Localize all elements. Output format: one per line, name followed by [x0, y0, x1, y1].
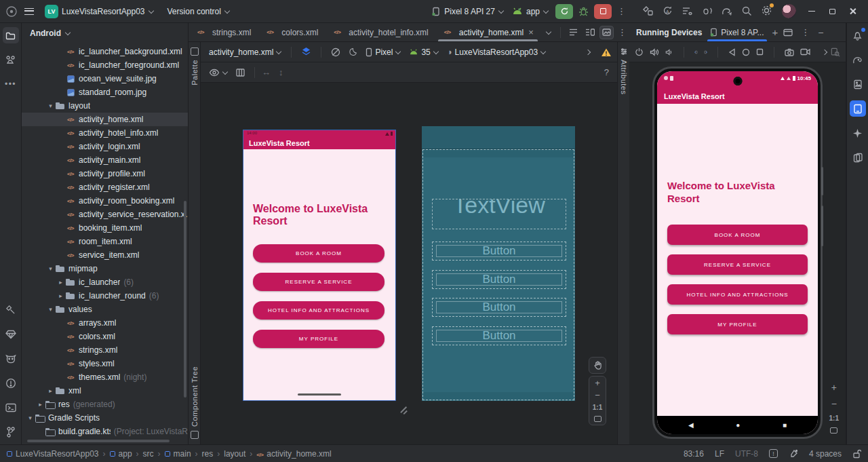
project-view-selector[interactable]: Android — [30, 28, 61, 38]
tree-expand-icon[interactable]: ▸ — [56, 292, 65, 299]
rerun-button[interactable] — [555, 4, 573, 19]
design-button-hotel-info-and-attractions[interactable]: HOTEL INFO AND ATTRACTIONS — [253, 301, 384, 320]
component-tree-tab[interactable]: Component Tree — [191, 366, 199, 427]
hidden-tabs-chevron-icon[interactable] — [546, 30, 551, 35]
emulator-button-reserve-a-service[interactable]: RESERVE A SERVICE — [667, 254, 808, 275]
breadcrumb-src[interactable]: src — [143, 449, 154, 459]
blueprint-button[interactable]: Button — [432, 270, 566, 289]
tree-expand-icon[interactable]: ▾ — [46, 306, 55, 313]
stop-button[interactable] — [594, 4, 612, 19]
device-selector[interactable]: Pixel 8 API 27 — [427, 4, 508, 19]
tree-item-layout[interactable]: ▾layout — [22, 99, 188, 113]
layout-file-selector[interactable]: activity_home.xml — [206, 46, 284, 58]
tree-item-activity-service-reservation-x[interactable]: activity_service_reservation.x… — [22, 208, 188, 221]
design-surface-selector[interactable] — [298, 45, 314, 58]
blueprint-textview[interactable]: TextView — [432, 199, 566, 229]
project-widget[interactable]: LV LuxeVistaResortApp03 — [41, 2, 158, 21]
indent-setting[interactable]: 4 spaces — [809, 449, 842, 459]
breadcrumb-activity-home-xml[interactable]: activity_home.xml — [256, 449, 331, 459]
zoom-100-button[interactable]: 1:1 — [829, 415, 839, 422]
tree-item-values[interactable]: ▾values — [22, 303, 188, 316]
breadcrumb-layout[interactable]: layout — [224, 449, 245, 459]
structure-tool-button[interactable] — [3, 52, 19, 68]
editor-tab-colors-xml[interactable]: colors.xml — [258, 23, 325, 41]
blueprint-button[interactable]: Button — [432, 242, 566, 261]
highlight-level-icon[interactable] — [789, 449, 798, 459]
breadcrumb-luxevistaresortapp03[interactable]: LuxeVistaResortApp03 — [7, 449, 99, 459]
vcs-widget[interactable]: Version control — [163, 4, 234, 19]
app-quality-insights-tool-button[interactable] — [3, 326, 19, 343]
terminal-tool-button[interactable] — [3, 400, 19, 416]
screenshot-camera-icon[interactable] — [785, 48, 794, 56]
nav-recents-icon[interactable]: ■ — [783, 421, 787, 429]
tree-item-ic-launcher-round[interactable]: ▸ic_launcher_round(6) — [22, 289, 188, 303]
toolbar-more-chevron-icon[interactable] — [823, 50, 825, 55]
maximize-button[interactable] — [822, 3, 842, 20]
window-mode-icon[interactable] — [783, 28, 793, 37]
volume-down-icon[interactable] — [665, 48, 673, 56]
running-device-tab[interactable]: Pixel 8 AP... — [707, 23, 766, 41]
tree-expand-icon[interactable]: ▸ — [46, 387, 55, 394]
tree-expand-icon[interactable]: ▾ — [46, 265, 55, 272]
gemini-tool-button[interactable] — [850, 125, 866, 141]
debug-restart-icon[interactable] — [701, 5, 713, 17]
hide-panel-button[interactable]: − — [818, 27, 823, 38]
design-button-my-profile[interactable]: MY PROFILE — [253, 330, 384, 348]
problems-tool-button[interactable] — [3, 375, 19, 391]
tree-item-activity-register-xml[interactable]: activity_register.xml — [22, 180, 188, 194]
attributes-tab[interactable]: Attributes — [620, 60, 628, 94]
editor-options-icon[interactable]: ⋮ — [615, 27, 629, 37]
debug-icon[interactable] — [578, 6, 589, 16]
power-icon[interactable] — [635, 47, 644, 56]
cursor-position[interactable]: 83:16 — [684, 449, 704, 459]
tree-item-ic-launcher-background-xml[interactable]: ic_launcher_background.xml — [22, 45, 188, 58]
device-search-icon[interactable] — [831, 47, 840, 57]
tree-expand-icon[interactable]: ▸ — [56, 279, 65, 286]
blueprint-phone[interactable]: TextView ButtonButtonButtonButton — [422, 126, 575, 401]
pan-control[interactable] — [589, 357, 606, 374]
file-encoding[interactable]: UTF-8 — [735, 449, 758, 459]
tree-item-activity-home-xml[interactable]: activity_home.xml — [22, 113, 188, 126]
tree-item-themes-xml[interactable]: themes.xml(night) — [22, 370, 188, 384]
line-ending[interactable]: LF — [715, 449, 724, 459]
palette-tab[interactable]: Palette — [191, 60, 199, 85]
notifications-button[interactable] — [850, 27, 866, 43]
zoom-out-button[interactable]: − — [831, 398, 837, 409]
design-canvas[interactable]: 14:00 LuxeVista Resort Welcome to LuxeVi… — [201, 83, 617, 444]
emulator-screen[interactable]: 10:45 LuxeVista Resort Welcome to LuxeVi… — [657, 71, 818, 434]
zoom-100-button[interactable]: 1:1 — [593, 404, 602, 412]
emulator-button-book-a-room[interactable]: BOOK A ROOM — [667, 225, 808, 245]
settings-button[interactable] — [761, 5, 772, 18]
canvas-resize-handle[interactable] — [399, 406, 408, 414]
tree-item-styles-xml[interactable]: styles.xml — [22, 357, 188, 370]
tree-item-standard-room-jpg[interactable]: standard_room.jpg — [22, 85, 188, 99]
build-icon[interactable] — [642, 5, 654, 17]
rotate-left-icon[interactable] — [694, 47, 698, 57]
device-explorer-tool-button[interactable] — [850, 149, 866, 166]
todo-list-icon[interactable] — [682, 5, 693, 17]
split-view-button[interactable] — [583, 26, 597, 39]
editor-tab-strings-xml[interactable]: strings.xml — [189, 23, 258, 41]
design-view-button[interactable] — [599, 26, 614, 39]
avatar[interactable] — [782, 4, 796, 18]
main-menu-icon[interactable] — [24, 8, 34, 15]
tree-item-mipmap[interactable]: ▾mipmap — [22, 262, 188, 275]
tree-item-activity-room-booking-xml[interactable]: activity_room_booking.xml — [22, 194, 188, 208]
render-warning-icon[interactable] — [601, 47, 612, 57]
design-button-book-a-room[interactable]: BOOK A ROOM — [253, 244, 384, 263]
run-config-selector[interactable]: app — [508, 4, 553, 19]
emulator-phone[interactable]: 10:45 LuxeVista Resort Welcome to LuxeVi… — [652, 66, 823, 439]
minimize-button[interactable] — [802, 3, 822, 20]
night-mode-selector[interactable] — [346, 46, 360, 58]
tree-item-gradle-scripts[interactable]: ▾Gradle Scripts — [22, 411, 188, 425]
design-preview-phone[interactable]: 14:00 LuxeVista Resort Welcome to LuxeVi… — [243, 130, 396, 401]
tree-item-room-item-xml[interactable]: room_item.xml — [22, 235, 188, 248]
zoom-fit-icon[interactable] — [594, 416, 601, 422]
version-control-tool-button[interactable] — [3, 424, 19, 440]
toolbar-overflow-chevron-icon[interactable] — [586, 50, 591, 55]
tree-item-build-gradle-kts[interactable]: build.gradle.kts(Project: LuxeVistaR — [22, 425, 188, 438]
emulator-button-my-profile[interactable]: MY PROFILE — [667, 314, 808, 334]
close-tab-icon[interactable]: × — [528, 27, 534, 37]
nav-home-icon[interactable]: ● — [736, 421, 740, 429]
tree-expand-icon[interactable]: ▾ — [26, 415, 35, 421]
